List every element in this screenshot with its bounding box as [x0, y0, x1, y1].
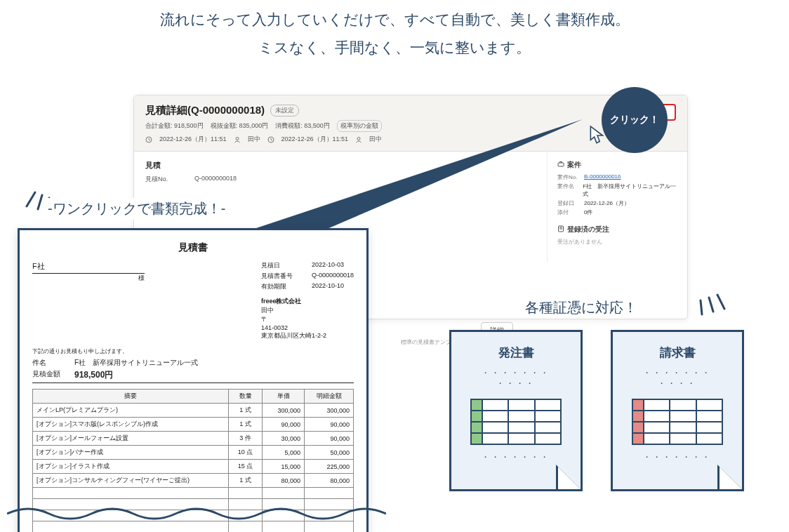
headline-line2: ミスなく、手間なく、一気に整います。 — [0, 34, 789, 62]
svg-line-5 — [717, 295, 724, 309]
headline: 流れにそって入力していくだけで、すべて自動で、美しく書類作成。 ミスなく、手間な… — [0, 0, 789, 62]
table-row: [オプション]イラスト作成15 点15,000225,000 — [33, 460, 354, 474]
svg-line-0 — [27, 192, 35, 206]
table-row: [オプション]コンサルティングフィー(ワイヤーご提出)1 式80,00080,0… — [33, 474, 354, 488]
table-row: [オプション]スマホ版(レスポンシブル)作成1 式90,00090,000 — [33, 418, 354, 432]
minidoc-purchase-order: 発注書 ・・・・・・・ ・・・・ ・・・・・・・ — [449, 330, 583, 491]
svg-line-3 — [701, 300, 702, 314]
doc-title: 見積書 — [32, 241, 354, 254]
doc-meta: 見積日2022-10-03 見積書番号Q-0000000018 有効期限2022… — [261, 261, 354, 340]
doc-client: F社 — [32, 261, 145, 272]
table-row: [オプション]メールフォーム設置3 件30,00090,000 — [33, 432, 354, 446]
svg-line-4 — [709, 298, 713, 312]
fold-corner-icon — [717, 465, 744, 491]
table-row: [オプション]バナー作成10 点5,00050,000 — [33, 446, 354, 460]
cursor-icon — [588, 125, 606, 149]
status-badge: 未設定 — [270, 105, 299, 117]
click-callout-bubble: クリック！ — [602, 87, 668, 153]
minidoc-group: 発注書 ・・・・・・・ ・・・・ ・・・・・・・ 請求書 ・・・・・・・ ・・・… — [449, 330, 744, 491]
clock-icon — [145, 135, 152, 143]
fold-corner-icon — [556, 465, 583, 491]
table-row: メインLP(プレミアムプラン)1 式300,000300,000 — [33, 404, 354, 418]
wave-decoration — [7, 504, 386, 524]
voucher-banner: 各種証憑に対応！ — [525, 298, 637, 317]
minidoc-invoice: 請求書 ・・・・・・・ ・・・・ ・・・・・・・ — [611, 330, 744, 491]
sparkle-right — [694, 281, 729, 319]
headline-line1: 流れにそって入力していくだけで、すべて自動で、美しく書類作成。 — [0, 6, 789, 34]
doc-note: 下記の通りお見積もり申し上げます。 — [32, 347, 354, 355]
estimate-document: 見積書 F社 様 見積日2022-10-03 見積書番号Q-0000000018… — [18, 228, 369, 532]
oneclick-banner: -ワンクリックで書類完成！- — [42, 198, 231, 220]
